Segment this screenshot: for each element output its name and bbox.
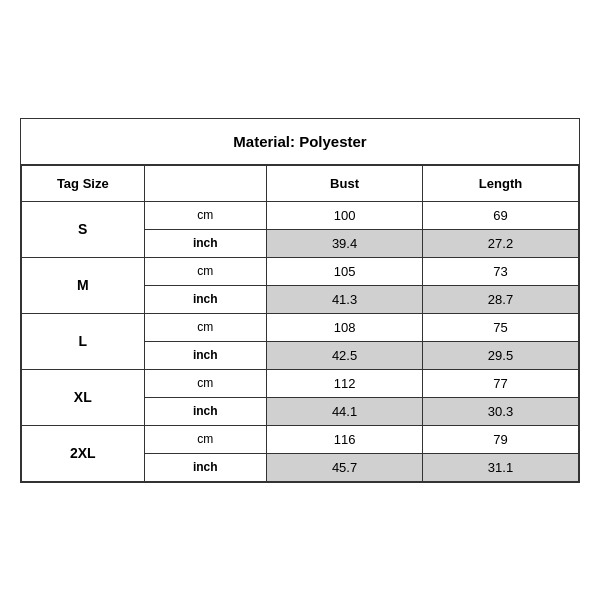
unit-inch: inch xyxy=(144,453,267,481)
size-label: L xyxy=(22,313,145,369)
length-inch: 28.7 xyxy=(423,285,579,313)
bust-inch: 41.3 xyxy=(267,285,423,313)
bust-cm: 112 xyxy=(267,369,423,397)
unit-cm: cm xyxy=(144,369,267,397)
unit-inch: inch xyxy=(144,341,267,369)
header-length: Length xyxy=(423,165,579,201)
unit-inch: inch xyxy=(144,285,267,313)
table-row: Mcm10573 xyxy=(22,257,579,285)
length-inch: 31.1 xyxy=(423,453,579,481)
unit-cm: cm xyxy=(144,313,267,341)
size-label: XL xyxy=(22,369,145,425)
header-unit xyxy=(144,165,267,201)
length-inch: 30.3 xyxy=(423,397,579,425)
table-row: 2XLcm11679 xyxy=(22,425,579,453)
length-inch: 27.2 xyxy=(423,229,579,257)
length-cm: 73 xyxy=(423,257,579,285)
bust-cm: 105 xyxy=(267,257,423,285)
header-tag-size: Tag Size xyxy=(22,165,145,201)
size-label: M xyxy=(22,257,145,313)
size-label: S xyxy=(22,201,145,257)
length-cm: 79 xyxy=(423,425,579,453)
size-label: 2XL xyxy=(22,425,145,481)
length-cm: 77 xyxy=(423,369,579,397)
length-cm: 69 xyxy=(423,201,579,229)
bust-cm: 108 xyxy=(267,313,423,341)
unit-inch: inch xyxy=(144,229,267,257)
header-bust: Bust xyxy=(267,165,423,201)
unit-cm: cm xyxy=(144,425,267,453)
unit-cm: cm xyxy=(144,201,267,229)
size-table: Tag Size Bust Length Scm10069inch39.427.… xyxy=(21,165,579,482)
bust-inch: 44.1 xyxy=(267,397,423,425)
size-chart-container: Material: Polyester Tag Size Bust Length… xyxy=(20,118,580,483)
bust-inch: 39.4 xyxy=(267,229,423,257)
bust-cm: 116 xyxy=(267,425,423,453)
table-row: Scm10069 xyxy=(22,201,579,229)
bust-cm: 100 xyxy=(267,201,423,229)
bust-inch: 42.5 xyxy=(267,341,423,369)
unit-cm: cm xyxy=(144,257,267,285)
chart-title: Material: Polyester xyxy=(21,119,579,165)
table-row: Lcm10875 xyxy=(22,313,579,341)
bust-inch: 45.7 xyxy=(267,453,423,481)
table-row: XLcm11277 xyxy=(22,369,579,397)
length-cm: 75 xyxy=(423,313,579,341)
length-inch: 29.5 xyxy=(423,341,579,369)
unit-inch: inch xyxy=(144,397,267,425)
